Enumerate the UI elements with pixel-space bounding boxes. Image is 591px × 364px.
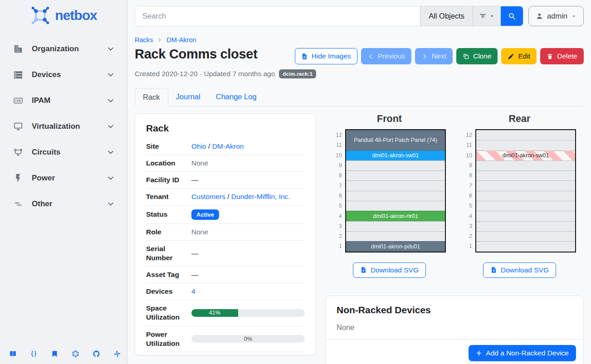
delete-button[interactable]: Delete <box>540 48 584 64</box>
sidebar-item-virtualization[interactable]: Virtualization <box>0 113 127 139</box>
field-row: Facility ID— <box>146 172 305 189</box>
hide-images-button[interactable]: Hide Images <box>295 48 357 64</box>
next-button[interactable]: Next <box>415 48 453 64</box>
field-value-cell: — <box>188 172 305 189</box>
field-value-cell: 4 <box>188 283 305 300</box>
rack-unit-device[interactable]: Panduit 48-Port Patch Panel (74) <box>346 130 445 150</box>
rack-unit-empty[interactable] <box>476 140 575 150</box>
download-svg-button[interactable]: Download SVG <box>483 262 556 278</box>
rack-unit-empty[interactable] <box>476 170 575 180</box>
netbox-logo[interactable]: netbox <box>0 0 127 29</box>
field-value: / <box>225 193 231 200</box>
unit-number: 10 <box>463 150 472 160</box>
field-value-cell: 41% <box>188 300 305 326</box>
user-menu-button[interactable]: admin <box>528 6 584 26</box>
field-label: Facility ID <box>146 172 188 189</box>
rack-unit-empty[interactable] <box>346 231 445 241</box>
rack-unit-device[interactable]: dmi01-akron-sw01 <box>476 150 575 160</box>
sidebar-item-power[interactable]: Power <box>0 165 127 191</box>
field-label: Site <box>146 138 188 155</box>
pencil-icon <box>508 53 514 60</box>
tab-rack[interactable]: Rack <box>135 88 168 107</box>
rack-unit-empty[interactable] <box>346 180 445 190</box>
rack-unit-device[interactable]: dmi01-akron-sw01 <box>346 150 445 160</box>
all-objects-button[interactable]: All Objects <box>420 6 473 26</box>
rack-unit-empty[interactable] <box>346 170 445 180</box>
file-download-icon <box>490 266 497 274</box>
field-row: RoleNone <box>146 223 305 240</box>
unit-number: 9 <box>333 160 342 170</box>
elevation-rear: Rear 121110987654321 dmi01-akron-sw01 Do… <box>455 113 584 278</box>
rack-unit-empty[interactable] <box>476 231 575 241</box>
book-open-icon[interactable] <box>9 350 17 358</box>
rack-unit-empty[interactable] <box>476 180 575 190</box>
add-non-racked-device-button[interactable]: Add a Non-Racked Device <box>469 345 576 361</box>
server-icon <box>13 70 23 80</box>
field-label: Serial Number <box>146 240 188 266</box>
code-braces-icon[interactable] <box>30 350 38 358</box>
unit-number: 11 <box>333 140 342 150</box>
edit-button[interactable]: Edit <box>501 48 537 64</box>
hide-images-label: Hide Images <box>312 52 351 60</box>
chevron-down-icon <box>106 70 115 79</box>
sidebar-item-circuits[interactable]: Circuits <box>0 139 127 165</box>
rack-box-rear: dmi01-akron-sw01 <box>475 129 576 252</box>
rack-unit-device[interactable]: dmi01-akron-pdu01 <box>346 241 445 251</box>
copy-icon <box>463 53 469 60</box>
rack-unit-empty[interactable] <box>476 201 575 211</box>
field-row: StatusActive <box>146 205 305 223</box>
chevron-down-icon <box>106 44 115 53</box>
right-column: Front 121110987654321 Panduit 48-Port Pa… <box>325 113 584 364</box>
field-link[interactable]: 4 <box>191 287 195 295</box>
sidebar-item-other[interactable]: Other <box>0 191 127 217</box>
filter-button[interactable] <box>473 6 501 26</box>
previous-button[interactable]: Previous <box>361 48 411 64</box>
breadcrumb-link[interactable]: DM-Akron <box>166 36 196 44</box>
sidebar-item-devices[interactable]: Devices <box>0 62 127 87</box>
object-type-badge: dcim.rack:1 <box>279 69 316 78</box>
sidebar-item-ipam[interactable]: IPAM <box>0 87 127 113</box>
rack-unit-empty[interactable] <box>476 130 575 140</box>
sidebar-item-organization[interactable]: Organization <box>0 36 127 62</box>
content-area: Rack SiteOhio / DM-AkronLocationNoneFaci… <box>135 113 584 364</box>
rack-unit-empty[interactable] <box>346 160 445 170</box>
sidebar-footer-links <box>9 350 121 358</box>
left-column: Rack SiteOhio / DM-AkronLocationNoneFaci… <box>135 113 316 364</box>
lines-icon <box>13 199 23 209</box>
download-svg-button[interactable]: Download SVG <box>353 262 426 278</box>
search-button[interactable] <box>501 6 523 26</box>
rack-unit-empty[interactable] <box>346 191 445 201</box>
field-value: None <box>191 228 208 236</box>
rack-unit-device[interactable]: dmi01-akron-rtr01 <box>346 211 445 221</box>
field-value: — <box>191 176 199 184</box>
slack-icon[interactable] <box>113 350 121 358</box>
clone-button[interactable]: Clone <box>456 48 498 64</box>
field-link[interactable]: Dunder-Mifflin, Inc. <box>231 193 290 200</box>
clone-label: Clone <box>473 52 492 60</box>
sidebar-item-label: Other <box>32 199 106 209</box>
search-input[interactable] <box>135 6 420 26</box>
previous-label: Previous <box>378 52 405 60</box>
rack-unit-empty[interactable] <box>346 221 445 231</box>
field-link[interactable]: Ohio <box>191 142 206 150</box>
graphql-icon[interactable] <box>72 350 79 358</box>
netbox-logo-icon <box>30 5 51 26</box>
chevron-down-icon <box>106 96 115 105</box>
github-icon[interactable] <box>93 350 100 358</box>
breadcrumb-link[interactable]: Racks <box>135 36 153 44</box>
field-link[interactable]: Customers <box>191 193 225 200</box>
rack-unit-empty[interactable] <box>476 211 575 221</box>
field-link[interactable]: DM-Akron <box>212 142 244 150</box>
tab-change-log[interactable]: Change Log <box>208 88 264 107</box>
edit-label: Edit <box>518 52 530 60</box>
rack-unit-empty[interactable] <box>476 160 575 170</box>
rack-unit-empty[interactable] <box>346 201 445 211</box>
user-label: admin <box>547 12 567 20</box>
rack-unit-empty[interactable] <box>476 241 575 251</box>
rack-unit-empty[interactable] <box>476 221 575 231</box>
bookmark-icon[interactable] <box>51 350 59 358</box>
unit-number: 3 <box>463 221 472 231</box>
tab-journal[interactable]: Journal <box>168 88 208 107</box>
rack-unit-empty[interactable] <box>476 191 575 201</box>
file-image-icon <box>301 53 308 60</box>
